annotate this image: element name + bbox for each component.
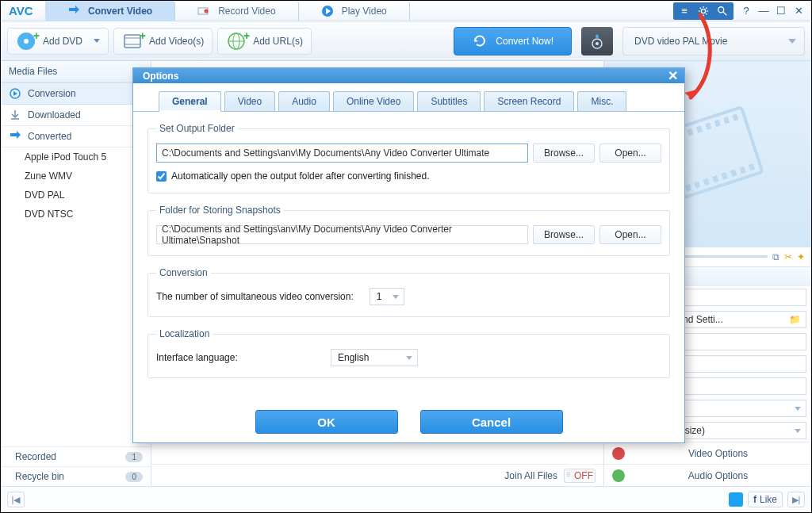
output-path-input[interactable]: C:\Documents and Settings\anv\My Documen…: [156, 144, 528, 163]
svg-point-3: [701, 9, 705, 13]
snapshot-open-button[interactable]: Open...: [599, 225, 661, 244]
group-legend: Localization: [156, 328, 213, 339]
help-icon[interactable]: ?: [738, 4, 754, 18]
svg-line-9: [706, 13, 707, 14]
convert-icon: [9, 87, 21, 100]
tab-convert-video[interactable]: Convert Video: [45, 1, 175, 21]
convert-now-button[interactable]: Convert Now!: [454, 27, 572, 56]
language-combo[interactable]: English: [331, 349, 418, 366]
film-icon: +: [122, 31, 143, 52]
conversion-count-label: The number of simultaneous video convers…: [156, 291, 354, 302]
dialog-close-button[interactable]: ✕: [668, 68, 678, 83]
status-bar: |◀ fLike ▶|: [1, 486, 811, 512]
group-legend: Conversion: [156, 267, 211, 278]
output-open-button[interactable]: Open...: [599, 144, 661, 163]
dialog-title: Options: [143, 71, 178, 82]
sidebar-sub-dvd-ntsc[interactable]: DVD NTSC: [1, 205, 151, 224]
count-badge: 1: [125, 452, 143, 462]
app-logo: AVC: [1, 4, 45, 17]
converted-icon: [9, 130, 21, 143]
cancel-button[interactable]: Cancel: [420, 410, 563, 434]
sidebar-item-conversion[interactable]: Conversion: [1, 82, 151, 105]
collapse-right-button[interactable]: ▶|: [787, 492, 805, 507]
sidebar-recorded[interactable]: Recorded 1: [1, 446, 151, 466]
globe-icon: +: [226, 31, 247, 52]
download-icon: [9, 109, 21, 121]
tab-misc[interactable]: Misc.: [577, 91, 626, 111]
sidebar-recycle[interactable]: Recycle bin 0: [1, 466, 151, 486]
btn-label: Add DVD: [43, 36, 82, 47]
add-urls-button[interactable]: + Add URL(s): [217, 28, 312, 55]
dialog-tabs: General Video Audio Online Video Subtitl…: [133, 83, 684, 112]
svg-point-23: [596, 42, 599, 45]
language-label: Interface language:: [156, 352, 315, 363]
sidebar-item-converted[interactable]: Converted: [1, 126, 151, 147]
localization-group: Localization Interface language: English: [147, 328, 670, 378]
convert-icon: [67, 5, 80, 17]
close-icon[interactable]: ✕: [791, 4, 806, 18]
twitter-icon[interactable]: [729, 492, 743, 507]
tab-record-video[interactable]: Record Video: [175, 1, 299, 21]
burn-button[interactable]: [581, 27, 613, 56]
crop-icon[interactable]: ⧉: [772, 251, 779, 262]
sidebar-sub-dvd-pal[interactable]: DVD PAL: [1, 186, 151, 205]
maximize-icon[interactable]: ☐: [773, 4, 789, 18]
snapshot-browse-button[interactable]: Browse...: [533, 225, 595, 244]
play-icon: [321, 5, 334, 17]
tab-label: Play Video: [342, 6, 387, 17]
ok-button[interactable]: OK: [255, 410, 398, 434]
toolbar: + Add DVD + Add Video(s) + Add URL(s) Co…: [1, 21, 811, 61]
tab-video[interactable]: Video: [224, 91, 275, 111]
facebook-like-button[interactable]: fLike: [748, 492, 783, 507]
join-toggle[interactable]: OFF: [564, 469, 596, 483]
tab-label: Convert Video: [88, 6, 152, 17]
tab-screen-record[interactable]: Screen Record: [484, 91, 574, 111]
auto-open-label: Automatically open the output folder aft…: [171, 170, 430, 182]
add-dvd-button[interactable]: + Add DVD: [7, 28, 109, 55]
auto-open-checkbox[interactable]: [156, 171, 167, 182]
count-badge: 0: [125, 472, 143, 482]
burn-icon: [589, 33, 605, 49]
sidebar-item-downloaded[interactable]: Downloaded: [1, 105, 151, 126]
sidebar-sub-ipod[interactable]: Apple iPod Touch 5: [1, 147, 151, 167]
main-footer: Join All Files OFF: [151, 464, 603, 486]
dialog-titlebar: Options ✕: [133, 68, 684, 83]
gear-icon[interactable]: [695, 4, 711, 18]
menu-icon[interactable]: ≡: [676, 4, 692, 18]
window-controls: ≡ ? — ☐ ✕: [673, 2, 811, 20]
collapse-left-button[interactable]: |◀: [7, 492, 25, 507]
group-legend: Set Output Folder: [156, 123, 238, 134]
search-icon[interactable]: [714, 4, 730, 18]
tab-audio[interactable]: Audio: [278, 91, 330, 111]
output-folder-group: Set Output Folder C:\Documents and Setti…: [147, 123, 670, 193]
scissors-icon[interactable]: ✂: [784, 251, 792, 262]
svg-line-11: [706, 7, 707, 8]
tab-subtitles[interactable]: Subtitles: [417, 91, 481, 111]
tab-general[interactable]: General: [159, 91, 221, 111]
sidebar-label: Downloaded: [28, 109, 81, 121]
wand-icon[interactable]: ✦: [797, 251, 805, 262]
folder-icon[interactable]: 📁: [789, 314, 801, 325]
group-legend: Folder for Storing Snapshots: [156, 205, 284, 216]
tab-play-video[interactable]: Play Video: [299, 1, 410, 21]
output-browse-button[interactable]: Browse...: [533, 144, 595, 163]
disc-icon: +: [16, 31, 36, 52]
minimize-icon[interactable]: —: [756, 4, 772, 18]
tab-online-video[interactable]: Online Video: [333, 91, 415, 111]
tab-label: Record Video: [218, 6, 276, 17]
snapshot-path-input[interactable]: C:\Documents and Settings\anv\My Documen…: [156, 225, 528, 244]
btn-label: Add Video(s): [149, 36, 204, 47]
record-icon: [197, 5, 210, 17]
sidebar-sub-zune[interactable]: Zune WMV: [1, 167, 151, 186]
conversion-count-combo[interactable]: 1: [370, 288, 404, 305]
sidebar-header: Media Files: [1, 61, 151, 82]
join-all-label: Join All Files: [504, 470, 557, 481]
svg-rect-16: [124, 35, 140, 48]
svg-line-10: [700, 13, 701, 14]
audio-options-bar[interactable]: Audio Options: [604, 464, 811, 486]
svg-point-15: [24, 39, 29, 44]
output-profile-dropdown[interactable]: DVD video PAL Movie: [622, 27, 805, 56]
conversion-group: Conversion The number of simultaneous vi…: [147, 267, 670, 317]
sidebar-label: Conversion: [28, 88, 76, 99]
add-videos-button[interactable]: + Add Video(s): [113, 28, 213, 55]
